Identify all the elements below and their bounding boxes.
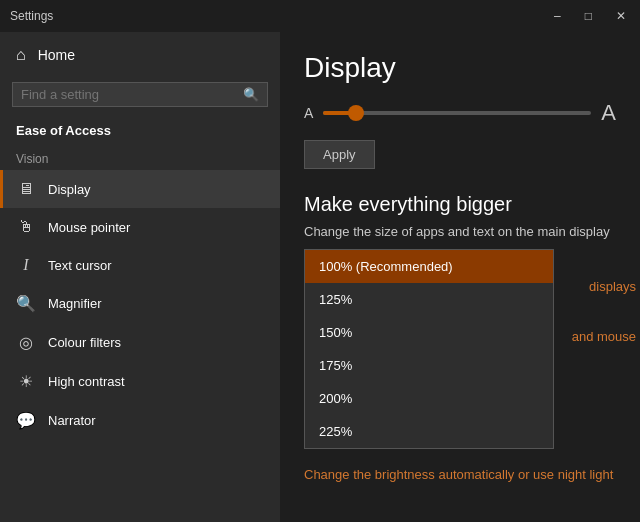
app-title: Settings bbox=[10, 9, 53, 23]
magnifier-label: Magnifier bbox=[48, 296, 101, 311]
home-icon: ⌂ bbox=[16, 46, 26, 64]
close-button[interactable]: ✕ bbox=[612, 9, 630, 23]
dropdown-option-150[interactable]: 150% bbox=[305, 316, 553, 349]
sidebar: ⌂ Home 🔍 Ease of Access Vision 🖥 Display… bbox=[0, 32, 280, 522]
search-icon: 🔍 bbox=[243, 87, 259, 102]
scale-dropdown[interactable]: 100% (Recommended) 125% 150% 175% 200% 2… bbox=[304, 249, 554, 449]
dropdown-option-200[interactable]: 200% bbox=[305, 382, 553, 415]
page-title: Display bbox=[304, 52, 616, 84]
text-cursor-label: Text cursor bbox=[48, 258, 112, 273]
brightness-large-a: A bbox=[601, 100, 616, 126]
titlebar: Settings – □ ✕ bbox=[0, 0, 640, 32]
narrator-label: Narrator bbox=[48, 413, 96, 428]
display-label: Display bbox=[48, 182, 91, 197]
home-label: Home bbox=[38, 47, 75, 63]
sidebar-item-magnifier[interactable]: 🔍 Magnifier bbox=[0, 284, 280, 323]
high-contrast-label: High contrast bbox=[48, 374, 125, 389]
magnifier-icon: 🔍 bbox=[16, 294, 36, 313]
brightness-slider[interactable] bbox=[323, 103, 591, 123]
narrator-icon: 💬 bbox=[16, 411, 36, 430]
dropdown-list: 100% (Recommended) 125% 150% 175% 200% 2… bbox=[304, 249, 554, 449]
sidebar-item-display[interactable]: 🖥 Display bbox=[0, 170, 280, 208]
app-container: ⌂ Home 🔍 Ease of Access Vision 🖥 Display… bbox=[0, 32, 640, 522]
sidebar-item-colour-filters[interactable]: ◎ Colour filters bbox=[0, 323, 280, 362]
dropdown-option-125[interactable]: 125% bbox=[305, 283, 553, 316]
dropdown-option-100[interactable]: 100% (Recommended) bbox=[305, 250, 553, 283]
minimize-button[interactable]: – bbox=[550, 9, 565, 23]
colour-filters-icon: ◎ bbox=[16, 333, 36, 352]
high-contrast-icon: ☀ bbox=[16, 372, 36, 391]
dropdown-option-225[interactable]: 225% bbox=[305, 415, 553, 448]
window-controls: – □ ✕ bbox=[550, 9, 630, 23]
brightness-row: A A bbox=[304, 100, 616, 126]
ease-access-label: Ease of Access bbox=[0, 115, 280, 142]
auto-brightness-link[interactable]: Change the brightness automatically or u… bbox=[304, 465, 616, 485]
brightness-small-a: A bbox=[304, 105, 313, 121]
sidebar-item-text-cursor[interactable]: I Text cursor bbox=[0, 246, 280, 284]
sidebar-item-narrator[interactable]: 💬 Narrator bbox=[0, 401, 280, 440]
maximize-button[interactable]: □ bbox=[581, 9, 596, 23]
sidebar-item-home[interactable]: ⌂ Home bbox=[0, 32, 280, 78]
partial-text-displays: displays bbox=[589, 279, 636, 294]
vision-label: Vision bbox=[0, 142, 280, 170]
colour-filters-label: Colour filters bbox=[48, 335, 121, 350]
search-box[interactable]: 🔍 bbox=[12, 82, 268, 107]
slider-track bbox=[323, 111, 591, 115]
sidebar-item-high-contrast[interactable]: ☀ High contrast bbox=[0, 362, 280, 401]
text-cursor-icon: I bbox=[16, 256, 36, 274]
section-desc: Change the size of apps and text on the … bbox=[304, 224, 616, 239]
apply-button[interactable]: Apply bbox=[304, 140, 375, 169]
partial-text-and-mouse: and mouse bbox=[572, 329, 636, 344]
mouse-pointer-icon: 🖱 bbox=[16, 218, 36, 236]
search-input[interactable] bbox=[21, 87, 237, 102]
main-content: Display A A Apply Make everything bigger… bbox=[280, 32, 640, 522]
display-icon: 🖥 bbox=[16, 180, 36, 198]
section-title: Make everything bigger bbox=[304, 193, 616, 216]
dropdown-option-175[interactable]: 175% bbox=[305, 349, 553, 382]
slider-thumb bbox=[348, 105, 364, 121]
sidebar-item-mouse-pointer[interactable]: 🖱 Mouse pointer bbox=[0, 208, 280, 246]
mouse-pointer-label: Mouse pointer bbox=[48, 220, 130, 235]
